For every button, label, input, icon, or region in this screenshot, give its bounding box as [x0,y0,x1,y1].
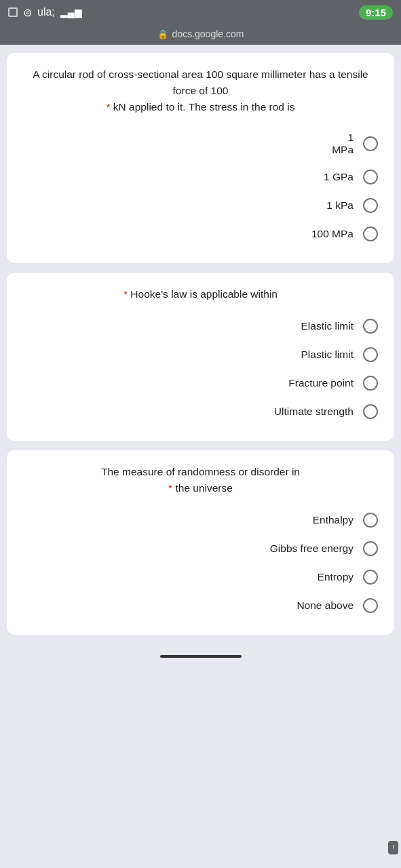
question-card-2: * Hooke's law is applicable within Elast… [7,273,394,441]
option-row[interactable]: Elastic limit [20,313,381,339]
lock-icon: 🔒 [157,29,168,39]
wifi-icon: ⊜ [23,6,32,19]
signal-icon: ula; [37,6,55,18]
radio-button[interactable] [363,170,378,184]
radio-button[interactable] [363,226,378,241]
option-row[interactable]: 100 MPa [20,221,381,247]
bottom-nav-bar [160,655,242,658]
option-label: 1MPa [332,132,354,156]
option-row[interactable]: 1 GPa [20,164,381,190]
required-star-2: * [123,288,128,300]
option-row[interactable]: 1MPa [20,126,381,161]
radio-button[interactable] [363,319,378,334]
question-1-text: A circular rod of cross-sectional area 1… [20,66,381,115]
option-row[interactable]: Entropy [20,564,381,590]
url-text: docs.google.com [172,28,244,39]
feedback-button[interactable]: ! [388,841,398,854]
main-content: A circular rod of cross-sectional area 1… [0,45,401,648]
option-label: 1 kPa [326,199,354,212]
option-label: None above [297,599,354,612]
required-star-3: * [168,482,172,494]
question-3-required: * the universe [168,482,233,494]
question-card-1: A circular rod of cross-sectional area 1… [7,53,394,263]
option-row[interactable]: Ultimate strength [20,399,381,425]
question-2-options: Elastic limit Plastic limit Fracture poi… [20,313,381,425]
option-row[interactable]: Enthalpy [20,507,381,533]
option-label: 100 MPa [311,228,354,240]
question-3-text: The measure of randomness or disorder in… [20,464,381,496]
radio-button[interactable] [363,541,378,556]
status-bar: ⊜ ula; ▂▄▆ 9:15 [0,0,401,24]
question-2-text: * Hooke's law is applicable within [20,286,381,302]
question-card-3: The measure of randomness or disorder in… [7,450,394,635]
radio-button[interactable] [363,136,378,151]
radio-button[interactable] [363,404,378,419]
option-label: Enthalpy [313,514,354,526]
radio-button[interactable] [363,376,378,391]
option-label: 1 GPa [324,171,354,183]
option-label: Plastic limit [301,349,354,361]
option-label: Elastic limit [301,320,354,332]
option-label: Gibbs free energy [270,542,354,555]
radio-button[interactable] [363,513,378,528]
status-left: ⊜ ula; ▂▄▆ [8,6,82,19]
option-label: Ultimate strength [274,406,354,418]
checkbox-icon [8,7,18,17]
radio-button[interactable] [363,347,378,362]
time-display: 9:15 [359,5,393,20]
required-star-1: * [106,101,110,113]
radio-button[interactable] [363,198,378,213]
option-row[interactable]: Gibbs free energy [20,536,381,561]
radio-button[interactable] [363,598,378,613]
question-1-required: * kN applied to it. The stress in the ro… [106,101,294,113]
question-1-options: 1MPa 1 GPa 1 kPa 100 MPa [20,126,381,247]
signal-bars: ▂▄▆ [60,7,82,18]
option-label: Fracture point [288,377,354,389]
question-3-options: Enthalpy Gibbs free energy Entropy None … [20,507,381,618]
option-row[interactable]: None above [20,593,381,618]
radio-button[interactable] [363,570,378,585]
option-row[interactable]: 1 kPa [20,193,381,218]
option-row[interactable]: Fracture point [20,370,381,396]
option-row[interactable]: Plastic limit [20,342,381,368]
option-label: Entropy [318,571,354,583]
address-bar: 🔒 docs.google.com [0,24,401,45]
